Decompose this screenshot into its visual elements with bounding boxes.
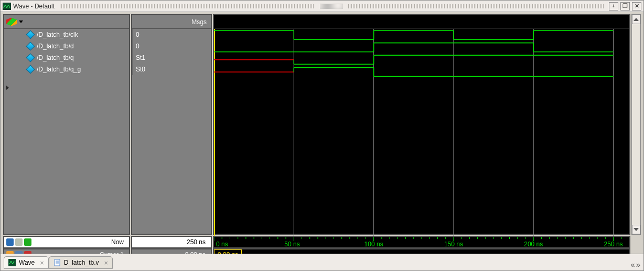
signal-row[interactable]: /D_latch_tb/clk (4, 29, 129, 40)
value-pane[interactable]: Msgs 00St1St0 (131, 14, 212, 235)
tab-wave-label: Wave (19, 259, 35, 266)
tab-file-label: D_latch_tb.v (64, 259, 99, 266)
maximize-button[interactable]: ❐ (620, 2, 630, 11)
svg-text:250 ns: 250 ns (604, 241, 623, 247)
signal-diamond-icon (26, 65, 35, 74)
signal-pane-header[interactable] (4, 15, 129, 29)
svg-text:200 ns: 200 ns (524, 241, 543, 247)
waveform-pane[interactable] (213, 14, 630, 235)
value-row[interactable]: St0 (132, 64, 211, 75)
tab-close-icon[interactable]: × (104, 259, 109, 267)
signal-value-label: St1 (136, 54, 145, 61)
tab-source-file[interactable]: D_latch_tb.v × (49, 256, 113, 269)
signal-name-label: /D_latch_tb/clk (37, 31, 78, 38)
signal-row[interactable]: /D_latch_tb/q (4, 52, 129, 64)
value-list[interactable]: 00St1St0 (132, 29, 211, 234)
close-button[interactable]: ✕ (632, 2, 641, 11)
wave-tab-icon (8, 259, 16, 266)
tab-next-button[interactable]: » (636, 260, 640, 269)
signal-diamond-icon (26, 30, 35, 39)
signal-diamond-icon (26, 42, 35, 51)
msgs-header-label: Msgs (191, 18, 207, 26)
file-tab-icon (53, 259, 61, 266)
work-area: /D_latch_tb/clk/D_latch_tb/d/D_latch_tb/… (1, 12, 643, 252)
signal-name-label: /D_latch_tb/q_g (37, 66, 81, 73)
scroll-up-button[interactable] (632, 15, 640, 24)
svg-text:150 ns: 150 ns (444, 241, 463, 247)
window-title: Wave - Default (13, 3, 55, 10)
now-row-icons[interactable] (6, 238, 31, 246)
svg-rect-0 (3, 3, 11, 10)
svg-rect-92 (55, 259, 60, 266)
signal-value-label: St0 (136, 66, 145, 73)
signal-name-label: /D_latch_tb/d (37, 43, 74, 50)
now-row-label-cell: Now (3, 236, 130, 248)
signal-row[interactable]: /D_latch_tb/d (4, 40, 129, 52)
now-icon-2[interactable] (15, 238, 23, 246)
signal-format-icon[interactable] (6, 18, 17, 26)
document-tabstrip: Wave × D_latch_tb.v × « » (1, 254, 643, 270)
now-label: Now (111, 238, 124, 246)
now-value-cell: 250 ns (131, 236, 212, 248)
titlebar-texture (60, 4, 315, 8)
value-pane-header: Msgs (132, 15, 211, 29)
titlebar-texture-2 (348, 4, 604, 8)
signal-list[interactable]: /D_latch_tb/clk/D_latch_tb/d/D_latch_tb/… (4, 29, 129, 234)
value-row[interactable]: St1 (132, 52, 211, 64)
tree-caret-icon[interactable] (6, 86, 9, 90)
tabstrip-nav[interactable]: « » (630, 260, 640, 269)
titlebar: Wave - Default + ❐ ✕ (1, 1, 643, 12)
waveform-canvas[interactable] (214, 29, 629, 247)
svg-text:0 ns: 0 ns (216, 241, 228, 247)
svg-text:100 ns: 100 ns (364, 241, 383, 247)
tab-close-icon[interactable]: × (40, 259, 44, 267)
titlebar-gripper[interactable] (320, 4, 343, 9)
signal-diamond-icon (26, 54, 35, 62)
signal-value-label: 0 (136, 43, 139, 50)
signal-row[interactable]: /D_latch_tb/q_g (4, 64, 129, 75)
signal-name-pane[interactable]: /D_latch_tb/clk/D_latch_tb/d/D_latch_tb/… (3, 14, 130, 235)
svg-text:50 ns: 50 ns (284, 241, 299, 247)
add-pane-button[interactable]: + (609, 2, 618, 11)
now-icon-1[interactable] (6, 238, 14, 246)
wave-vertical-scrollbar[interactable] (631, 14, 641, 235)
now-value: 250 ns (187, 238, 206, 246)
tab-wave[interactable]: Wave × (4, 256, 49, 269)
now-icon-3[interactable] (24, 238, 31, 246)
wave-header-strip (214, 15, 629, 29)
scroll-down-button[interactable] (632, 225, 640, 234)
signal-value-label: 0 (136, 31, 139, 38)
value-row[interactable]: 0 (132, 40, 211, 52)
timeline-ruler[interactable]: 0 ns50 ns100 ns150 ns200 ns250 ns (213, 236, 630, 248)
value-row[interactable]: 0 (132, 29, 211, 40)
signal-name-label: /D_latch_tb/q (37, 54, 74, 61)
dropdown-caret-icon[interactable] (19, 20, 23, 23)
tab-prev-button[interactable]: « (630, 260, 635, 269)
wave-window-icon (3, 3, 11, 10)
